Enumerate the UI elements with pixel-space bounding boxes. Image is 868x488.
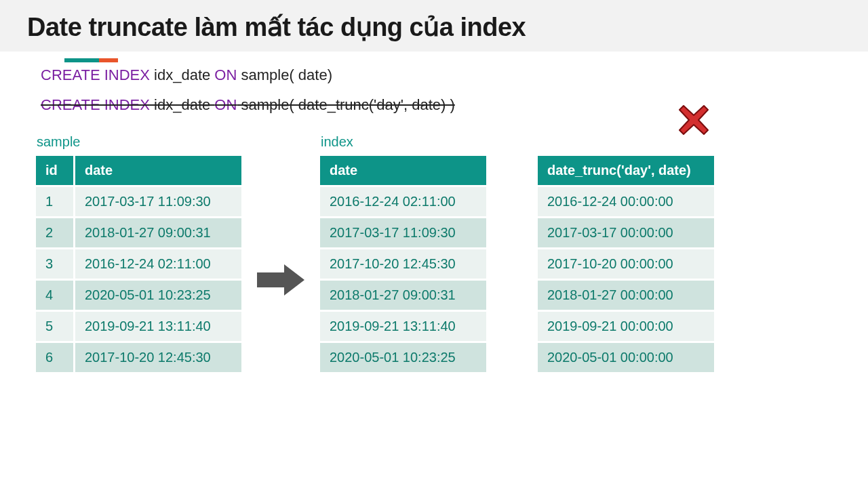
tables-row: sample id date 12017-03-17 11:09:30 2201… — [34, 134, 834, 374]
table-row: 2020-05-01 10:23:25 — [320, 343, 486, 372]
table-row: 2016-12-24 00:00:00 — [538, 187, 714, 216]
table-row: 2016-12-24 02:11:00 — [320, 187, 486, 216]
sample-th-date: date — [75, 156, 241, 185]
kw-on: ON — [214, 66, 237, 83]
slide-content: CREATE INDEX idx_date ON sample( date) C… — [0, 57, 868, 374]
trunc-table: date_trunc('day', date) 2016-12-24 00:00… — [536, 154, 716, 374]
title-bar: Date truncate làm mất tác dụng của index — [0, 0, 868, 52]
table-row: 2018-01-27 00:00:00 — [538, 281, 714, 310]
accent-bar — [64, 53, 868, 57]
sql-rest: sample( date_trunc('day', date) ) — [237, 96, 454, 113]
sql-line-invalid: CREATE INDEX idx_date ON sample( date_tr… — [41, 96, 834, 114]
table-row: 12017-03-17 11:09:30 — [36, 187, 241, 216]
table-row: 32016-12-24 02:11:00 — [36, 249, 241, 279]
svg-marker-0 — [257, 264, 304, 296]
sample-table-wrap: sample id date 12017-03-17 11:09:30 2201… — [34, 134, 243, 374]
svg-marker-1 — [679, 106, 708, 134]
table-row: 2017-03-17 00:00:00 — [538, 218, 714, 247]
sql-name: idx_date — [150, 66, 214, 83]
slide-title: Date truncate làm mất tác dụng của index — [27, 12, 841, 42]
sample-label: sample — [37, 134, 243, 150]
table-row: 42020-05-01 10:23:25 — [36, 281, 241, 310]
sample-table: id date 12017-03-17 11:09:30 22018-01-27… — [34, 154, 243, 374]
index-table: date 2016-12-24 02:11:00 2017-03-17 11:0… — [318, 154, 488, 374]
table-row: 2017-03-17 11:09:30 — [320, 218, 486, 247]
table-row: 2019-09-21 13:11:40 — [320, 312, 486, 341]
table-row: 2017-10-20 00:00:00 — [538, 249, 714, 279]
index-label: index — [321, 134, 488, 150]
sql-rest: sample( date) — [237, 66, 332, 83]
trunc-table-wrap: date_trunc('day', date) 2016-12-24 00:00… — [536, 134, 716, 374]
table-row: 52019-09-21 13:11:40 — [36, 312, 241, 341]
sql-line-valid: CREATE INDEX idx_date ON sample( date) — [41, 66, 834, 84]
table-row: 62017-10-20 12:45:30 — [36, 343, 241, 372]
sample-th-id: id — [36, 156, 73, 185]
index-th: date — [320, 156, 486, 185]
table-row: 2020-05-01 00:00:00 — [538, 343, 714, 372]
kw-create: CREATE INDEX — [41, 96, 150, 113]
table-row: 22018-01-27 09:00:31 — [36, 218, 241, 247]
table-row: 2019-09-21 00:00:00 — [538, 312, 714, 341]
x-mark-icon — [678, 104, 709, 138]
table-row: 2018-01-27 09:00:31 — [320, 281, 486, 310]
sql-name: idx_date — [150, 96, 214, 113]
kw-on: ON — [214, 96, 237, 113]
index-table-wrap: index date 2016-12-24 02:11:00 2017-03-1… — [318, 134, 488, 374]
trunc-th: date_trunc('day', date) — [538, 156, 714, 185]
table-row: 2017-10-20 12:45:30 — [320, 249, 486, 279]
arrow-icon — [243, 263, 318, 297]
kw-create: CREATE INDEX — [41, 66, 150, 83]
